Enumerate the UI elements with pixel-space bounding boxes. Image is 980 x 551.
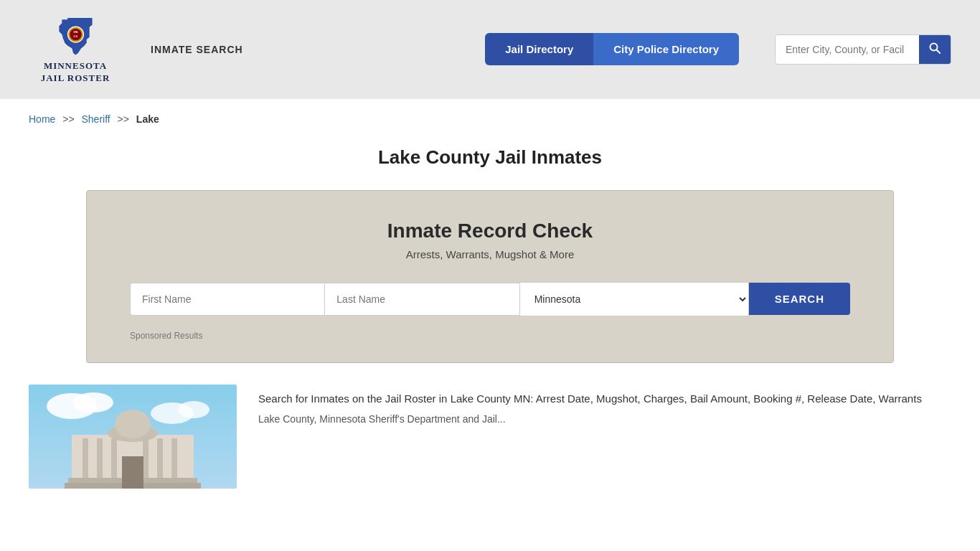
record-check-subtitle: Arrests, Warrants, Mugshot & More [130,248,850,260]
building-image [29,385,237,489]
svg-point-10 [178,401,209,418]
breadcrumb-home[interactable]: Home [29,113,55,125]
page-title: Lake County Jail Inmates [29,146,951,169]
svg-point-8 [73,392,113,413]
page-title-area: Lake County Jail Inmates [0,139,980,190]
courthouse-image [29,385,237,489]
sponsored-label: Sponsored Results [130,331,850,341]
bottom-text-area: Search for Inmates on the Jail Roster in… [258,385,951,425]
svg-rect-23 [122,456,143,489]
bottom-sub-text: Lake County, Minnesota Sheriff's Departm… [258,413,951,425]
state-select[interactable]: AlabamaAlaskaArizonaArkansasCaliforniaCo… [520,282,749,316]
breadcrumb: Home >> Sheriff >> Lake [0,99,980,139]
record-search-button[interactable]: SEARCH [749,283,850,315]
svg-rect-14 [122,413,143,433]
header-search-input[interactable] [776,37,919,62]
svg-text:MN: MN [73,30,77,34]
inmate-search-link[interactable]: INMATE SEARCH [151,44,243,55]
nav-buttons: Jail Directory City Police Directory [485,33,739,65]
site-logo[interactable]: MN SEAL MINNESOTA JAIL ROSTER [29,14,122,85]
site-header: MN SEAL MINNESOTA JAIL ROSTER INMATE SEA… [0,0,980,99]
breadcrumb-sep1: >> [62,113,74,125]
header-search-button[interactable] [919,35,951,64]
breadcrumb-sep2: >> [118,113,129,125]
svg-text:SEAL: SEAL [72,35,78,38]
breadcrumb-sheriff[interactable]: Sheriff [82,113,110,125]
last-name-input[interactable] [325,283,519,316]
mn-state-logo: MN SEAL [56,14,95,57]
jail-directory-button[interactable]: Jail Directory [485,33,593,65]
first-name-input[interactable] [130,283,325,316]
record-check-box: Inmate Record Check Arrests, Warrants, M… [86,190,894,363]
header-search-bar [775,34,951,65]
city-police-directory-button[interactable]: City Police Directory [593,33,739,65]
bottom-description: Search for Inmates on the Jail Roster in… [258,390,951,408]
record-check-form: AlabamaAlaskaArizonaArkansasCaliforniaCo… [130,282,850,316]
breadcrumb-current: Lake [136,113,159,125]
search-icon [929,42,941,54]
svg-line-5 [937,50,941,53]
bottom-section: Search for Inmates on the Jail Roster in… [0,385,980,517]
record-check-title: Inmate Record Check [130,220,850,242]
site-title: MINNESOTA JAIL ROSTER [41,60,110,85]
